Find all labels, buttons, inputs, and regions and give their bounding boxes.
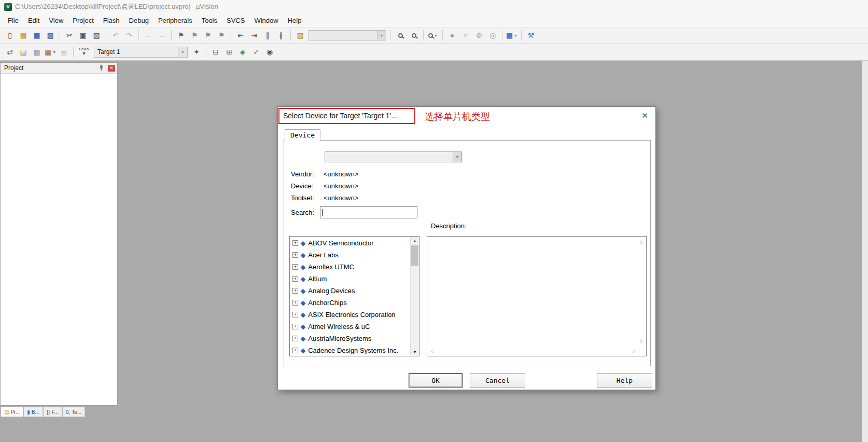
save-all-icon[interactable]: ▩ <box>44 29 57 42</box>
dropdown-arrow-icon[interactable]: ▼ <box>377 31 386 40</box>
comment-icon[interactable]: ∥ <box>261 29 274 42</box>
panel-close-button[interactable]: ✕ <box>108 65 115 72</box>
vendor-row[interactable]: +◆Atmel Wireless & uC <box>290 321 410 333</box>
combo-dropdown-arrow-icon[interactable]: ▼ <box>453 152 461 162</box>
scroll-up-button[interactable]: ▲ <box>411 237 419 245</box>
manage-books-icon[interactable]: ⊞ <box>223 46 235 58</box>
tab-functions[interactable]: {}F... <box>43 407 62 417</box>
cut-icon[interactable]: ✂ <box>63 29 76 42</box>
menu-help[interactable]: Help <box>283 15 306 26</box>
indent-icon[interactable]: ⇥ <box>248 29 260 42</box>
desc-scroll-left-icon[interactable]: < <box>430 348 433 354</box>
scrollbar-thumb[interactable] <box>411 245 418 266</box>
search-input[interactable] <box>320 206 417 218</box>
tab-templates[interactable]: 0,Te... <box>62 407 85 417</box>
manage-rte-icon[interactable]: ◈ <box>236 46 249 58</box>
pin-icon[interactable] <box>97 64 105 72</box>
menu-project[interactable]: Project <box>68 15 98 26</box>
menu-svcs[interactable]: SVCS <box>222 15 249 26</box>
dropdown-arrow-icon[interactable]: ▼ <box>514 34 517 37</box>
navigate-back-icon[interactable]: ← <box>142 29 155 42</box>
manage-project-items-icon[interactable]: ⊟ <box>209 46 222 58</box>
vendor-row[interactable]: +◆Analog Devices <box>290 285 410 297</box>
batch-build-icon[interactable]: ▦▼ <box>44 46 57 58</box>
bookmark-prev-icon[interactable]: ⚑ <box>188 29 201 42</box>
dialog-close-button[interactable]: ✕ <box>641 111 648 120</box>
expand-icon[interactable]: + <box>292 264 298 270</box>
navigate-forward-icon[interactable]: → <box>156 29 168 42</box>
expand-icon[interactable]: + <box>292 252 298 258</box>
rebuild-all-icon[interactable]: ▥ <box>31 46 43 58</box>
tab-project[interactable]: ▤Pr... <box>1 407 23 417</box>
expand-icon[interactable]: + <box>292 336 298 341</box>
copy-icon[interactable]: ▣ <box>77 29 89 42</box>
expand-icon[interactable]: + <box>292 324 298 329</box>
outdent-icon[interactable]: ⇤ <box>234 29 247 42</box>
find-icon[interactable] <box>408 29 420 42</box>
find-in-files-icon[interactable] <box>394 29 407 42</box>
menu-edit[interactable]: Edit <box>23 15 44 26</box>
breakpoint-insert-icon[interactable]: ● <box>446 29 458 42</box>
menu-peripherals[interactable]: Peripherals <box>153 15 197 26</box>
save-icon[interactable]: ▦ <box>31 29 43 42</box>
stop-build-icon[interactable]: ▣ <box>58 46 70 58</box>
dropdown-arrow-icon[interactable]: ▼ <box>434 34 438 37</box>
menu-flash[interactable]: Flash <box>99 15 124 26</box>
ok-button[interactable]: OK <box>409 373 463 388</box>
desc-scroll-right-icon[interactable]: > <box>633 348 636 354</box>
vendor-row[interactable]: +◆Acer Labs <box>290 249 410 261</box>
expand-icon[interactable]: + <box>292 312 298 317</box>
bookmark-next-icon[interactable]: ⚑ <box>202 29 214 42</box>
target-dropdown-arrow-icon[interactable]: ▼ <box>178 47 188 58</box>
bookmark-toggle-icon[interactable]: ⚑ <box>175 29 187 42</box>
desc-scroll-up-icon[interactable]: ∧ <box>639 239 643 246</box>
vendor-row[interactable]: +◆Aeroflex UTMC <box>290 261 410 273</box>
cancel-button[interactable]: Cancel <box>470 373 525 388</box>
paste-icon[interactable]: ▨ <box>90 29 103 42</box>
toolbar-find-combo[interactable]: ▼ <box>309 30 386 40</box>
download-icon[interactable]: LOAD▼ <box>77 46 91 58</box>
menu-tools[interactable]: Tools <box>197 15 222 26</box>
window-layout-icon[interactable]: ▦▼ <box>506 29 518 42</box>
breakpoint-enable-icon[interactable]: ◎ <box>486 29 499 42</box>
tab-books[interactable]: ▮B... <box>23 407 43 417</box>
menu-debug[interactable]: Debug <box>124 15 153 26</box>
menu-window[interactable]: Window <box>249 15 283 26</box>
expand-icon[interactable]: + <box>292 348 298 353</box>
select-software-packs-icon[interactable]: ✓ <box>250 46 262 58</box>
breakpoint-disable-icon[interactable]: ○ <box>459 29 472 42</box>
wrench-icon[interactable]: ⚒ <box>525 29 537 42</box>
configure-icon[interactable]: ▧ <box>294 29 306 42</box>
options-for-target-icon[interactable]: ✦ <box>190 46 203 58</box>
vendor-row[interactable]: +◆Altium <box>290 273 410 285</box>
vendor-row[interactable]: +◆ASIX Electronics Corporation <box>290 309 410 321</box>
help-button[interactable]: Help <box>597 373 652 388</box>
desc-scroll-down-icon[interactable]: ∨ <box>639 338 643 344</box>
target-select-combo[interactable]: Target 1 <box>94 47 178 58</box>
build-icon[interactable]: ▤ <box>17 46 30 58</box>
redo-icon[interactable]: ↷ <box>123 29 135 42</box>
translate-file-icon[interactable]: ⇄ <box>4 46 16 58</box>
vendor-row[interactable]: +◆AustriaMicroSystems <box>290 333 410 344</box>
new-file-icon[interactable]: ▯ <box>4 29 16 42</box>
vendor-row[interactable]: +◆Cadence Design Systems Inc. <box>290 344 410 356</box>
menu-file[interactable]: File <box>3 15 23 26</box>
bookmark-clear-icon[interactable]: ⚑ <box>215 29 228 42</box>
dropdown-arrow-icon[interactable]: ▼ <box>52 50 56 54</box>
undo-icon[interactable]: ↶ <box>109 29 122 42</box>
breakpoint-kill-icon[interactable]: ⊘ <box>473 29 485 42</box>
expand-icon[interactable]: + <box>292 288 298 294</box>
vendor-row[interactable]: +◆ABOV Semiconductor <box>290 237 410 249</box>
expand-icon[interactable]: + <box>292 240 298 246</box>
pack-installer-icon[interactable]: ◉ <box>263 46 276 58</box>
scroll-down-button[interactable]: ▼ <box>411 348 419 356</box>
uncomment-icon[interactable]: ∦ <box>275 29 287 42</box>
device-family-combo[interactable]: ▼ <box>325 151 462 162</box>
tab-device[interactable]: Device <box>285 129 320 141</box>
expand-icon[interactable]: + <box>292 300 298 306</box>
expand-icon[interactable]: + <box>292 276 298 282</box>
menu-view[interactable]: View <box>44 15 68 26</box>
zoom-icon[interactable]: ▼ <box>427 29 439 42</box>
open-file-icon[interactable]: ▤ <box>17 29 30 42</box>
vendor-row[interactable]: +◆AnchorChips <box>290 297 410 309</box>
